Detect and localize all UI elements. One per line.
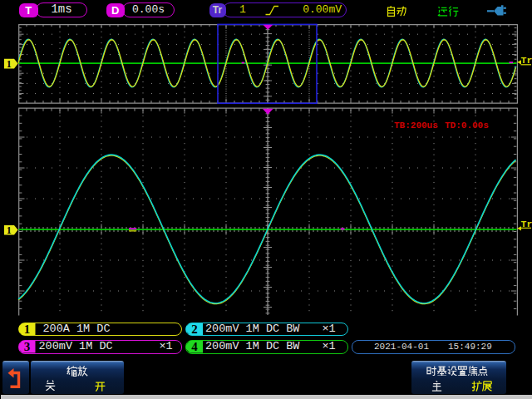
svg-text:Tr: Tr (521, 219, 532, 229)
svg-text:TD:0.00s: TD:0.00s (445, 121, 489, 131)
svg-text:TB:200us: TB:200us (394, 121, 438, 131)
svg-text:Tr: Tr (521, 55, 532, 66)
svg-text:1: 1 (7, 58, 12, 70)
svg-text:1: 1 (7, 224, 12, 236)
